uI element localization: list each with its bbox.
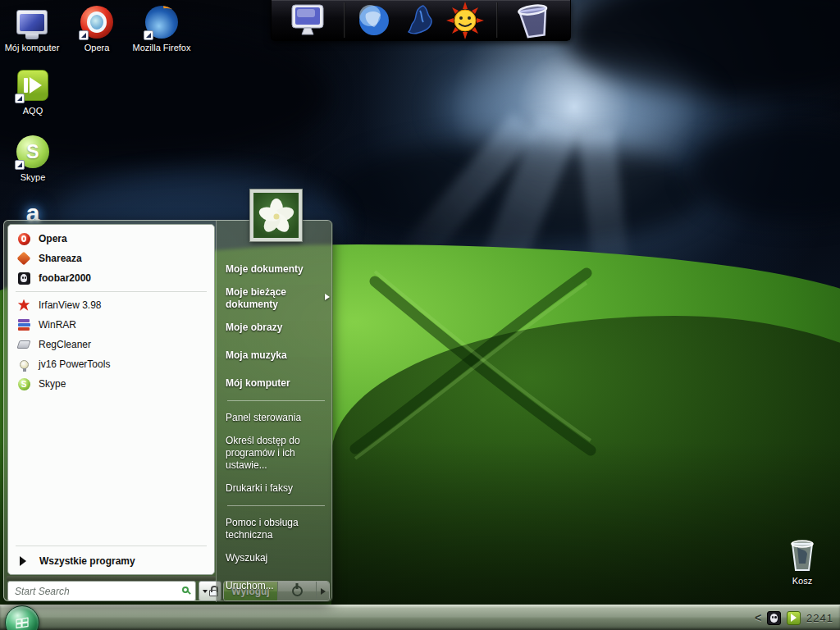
menu-item-label: foobar2000 (39, 272, 91, 284)
start-menu-item-foobar2000[interactable]: foobar2000 (8, 268, 214, 288)
search-icon (182, 587, 189, 593)
start-menu-item-irfanview[interactable]: IrfanView 3.98 (8, 295, 214, 315)
winrar-icon (16, 317, 31, 332)
start-menu-item-winrar[interactable]: WinRAR (8, 315, 214, 335)
desktop-icon-aqq[interactable]: AQQ (2, 67, 63, 116)
start-menu-item-jv16-powertools[interactable]: jv16 PowerTools (8, 354, 214, 374)
submenu-arrow-icon (325, 294, 330, 300)
desktop-icon-label: AQQ (2, 106, 63, 116)
menu-item-label: Skype (39, 378, 66, 390)
start-menu: Opera Shareaza foobar2000 IrfanView 3.98… (3, 220, 332, 601)
start-menu-item-wyszukaj[interactable]: Wyszukaj (226, 552, 326, 564)
start-menu-item-opera[interactable]: Opera (8, 229, 214, 249)
all-programs-label: Wszystkie programy (39, 555, 135, 567)
desktop: Mój komputer Opera Mozilla Firefox AQQ S… (0, 0, 840, 630)
creature-icon[interactable] (400, 2, 436, 39)
menu-separator (16, 546, 207, 546)
windows-flag-icon (14, 616, 30, 630)
menu-item-label: WinRAR (39, 319, 76, 331)
search-input[interactable] (7, 581, 196, 601)
start-menu-item-moje-obrazy[interactable]: Moje obrazy (226, 322, 326, 334)
sun-smiley-icon[interactable] (446, 2, 484, 39)
shortcut-arrow-icon (144, 30, 153, 40)
desktop-icon-label: Opera (66, 43, 127, 53)
shortcut-arrow-icon (15, 94, 25, 103)
system-tray: < 2241 (755, 605, 833, 630)
foobar2000-icon (16, 271, 31, 285)
start-menu-item-skype[interactable]: S Skype (8, 374, 214, 394)
start-menu-left-panel: Opera Shareaza foobar2000 IrfanView 3.98… (7, 224, 215, 575)
taskbar-clock: 2241 (806, 612, 833, 624)
start-button[interactable] (5, 605, 39, 630)
top-dock (271, 0, 571, 41)
globe-icon[interactable] (358, 4, 390, 37)
shortcut-arrow-icon (79, 30, 89, 40)
start-menu-item-moja-muzyka[interactable]: Moja muzyka (226, 349, 326, 362)
start-menu-item-okresl-dostep[interactable]: Określ dostęp do programów i ich ustawie… (226, 435, 326, 472)
desktop-icon-firefox[interactable]: Mozilla Firefox (130, 4, 194, 53)
computer-icon (16, 10, 48, 34)
flower-icon (258, 197, 295, 235)
start-menu-item-shareaza[interactable]: Shareaza (8, 249, 214, 268)
cloud (689, 123, 840, 221)
desktop-icon-label: Mój komputer (2, 43, 62, 53)
skype-icon: S (16, 377, 31, 391)
desktop-icon-recycle-bin[interactable]: Kosz (772, 537, 833, 587)
shareaza-icon (16, 251, 31, 266)
recycle-bin-icon[interactable] (511, 2, 557, 39)
start-menu-item-regcleaner[interactable]: RegCleaner (8, 335, 214, 354)
start-menu-item-pomoc[interactable]: Pomoc i obsługa techniczna (226, 517, 326, 541)
start-menu-item-uruchom[interactable]: Uruchom... (226, 580, 326, 592)
menu-item-label: jv16 PowerTools (39, 358, 110, 370)
monitor-icon[interactable] (289, 3, 326, 38)
menu-separator (227, 505, 325, 506)
menu-item-label: Moje bieżące dokumenty (226, 286, 286, 310)
menu-item-label: IrfanView 3.98 (39, 299, 102, 311)
opera-icon (16, 231, 31, 246)
taskbar[interactable]: < 2241 (0, 605, 840, 630)
menu-item-label: RegCleaner (39, 339, 91, 350)
menu-separator (16, 291, 207, 292)
menu-separator (227, 400, 325, 401)
all-programs-button[interactable]: Wszystkie programy (8, 550, 214, 572)
lightbulb-icon (16, 357, 31, 372)
user-picture[interactable] (250, 189, 302, 241)
start-search (7, 581, 196, 601)
desktop-icon-label: Skype (2, 172, 63, 183)
start-menu-item-moje-dokumenty[interactable]: Moje dokumenty (226, 263, 326, 276)
desktop-icon-label: Kosz (772, 576, 833, 587)
chevron-down-icon (203, 590, 208, 593)
start-menu-item-drukarki-i-faksy[interactable]: Drukarki i faksy (226, 482, 326, 495)
tray-collapse-chevron-icon[interactable]: < (755, 612, 761, 623)
menu-item-label: Shareaza (39, 253, 82, 264)
shortcut-arrow-icon (15, 160, 25, 170)
irfanview-icon (16, 298, 31, 313)
start-menu-item-moje-biezace-dokumenty[interactable]: Moje bieżące dokumenty (226, 286, 326, 311)
desktop-icon-opera[interactable]: Opera (66, 4, 127, 53)
foobar2000-tray-icon[interactable] (767, 611, 781, 625)
start-menu-item-moj-komputer[interactable]: Mój komputer (226, 377, 326, 390)
start-menu-right-panel: Moje dokumenty Moje bieżące dokumenty Mo… (216, 221, 333, 602)
desktop-icon-skype[interactable]: S Skype (2, 134, 63, 183)
recycle-bin-icon (787, 538, 818, 573)
aqq-tray-icon[interactable] (787, 611, 801, 625)
right-triangle-icon (20, 556, 26, 566)
desktop-icon-my-computer[interactable]: Mój komputer (2, 4, 62, 53)
menu-item-label: Opera (39, 233, 67, 244)
regcleaner-icon (16, 337, 31, 352)
desktop-icon-label: Mozilla Firefox (130, 43, 194, 53)
start-menu-item-panel-sterowania[interactable]: Panel sterowania (226, 412, 326, 424)
